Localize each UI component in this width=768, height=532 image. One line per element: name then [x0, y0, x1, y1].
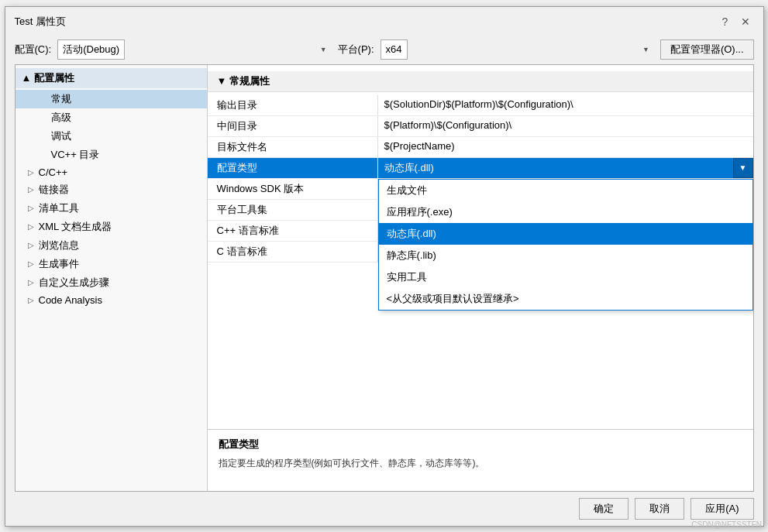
tree-label-custom-build: 自定义生成步骤 [39, 276, 109, 290]
prop-label-7: C 语言标准 [208, 242, 378, 262]
prop-label-2: 目标文件名 [208, 137, 378, 157]
tree-item-code-analysis[interactable]: ▷Code Analysis [15, 292, 207, 308]
config-select[interactable]: 活动(Debug) [57, 39, 125, 60]
left-panel: ▲ 配置属性 常规高级调试VC++ 目录▷C/C++▷链接器▷清单工具▷XML … [15, 65, 208, 491]
expand-icon-linker: ▷ [28, 185, 36, 194]
tree-label-browse: 浏览信息 [39, 239, 79, 252]
help-button[interactable]: ? [717, 13, 734, 30]
config-label: 配置(C): [15, 43, 52, 57]
prop-label-1: 中间目录 [208, 116, 378, 136]
prop-row-2[interactable]: 目标文件名$(ProjectName) [208, 137, 753, 158]
config-type-value-cell: 动态库(.dll)▼ [378, 158, 753, 178]
tree-item-advanced[interactable]: 高级 [15, 108, 207, 127]
dropdown-item[interactable]: 动态库(.dll) [379, 223, 753, 245]
prop-value-1: $(Platform)\$(Configuration)\ [378, 116, 753, 136]
tree-item-vc-dirs[interactable]: VC++ 目录 [15, 146, 207, 164]
right-panel: ▼ 常规属性 输出目录$(SolutionDir)$(Platform)\$(C… [208, 65, 753, 491]
prop-row-config-type: 配置类型动态库(.dll)▼生成文件应用程序(.exe)动态库(.dll)静态库… [208, 158, 753, 179]
properties-area: ▼ 常规属性 输出目录$(SolutionDir)$(Platform)\$(C… [208, 65, 753, 429]
tree-label-linker: 链接器 [39, 183, 69, 197]
prop-value-2: $(ProjectName) [378, 137, 753, 157]
tree-label-advanced: 高级 [51, 111, 71, 125]
property-rows: 输出目录$(SolutionDir)$(Platform)\$(Configur… [208, 95, 753, 263]
section-title: 常规属性 [229, 74, 270, 88]
expand-icon-xml: ▷ [28, 222, 36, 231]
section-header: ▼ 常规属性 [208, 71, 753, 92]
expand-icon-manifest: ▷ [28, 204, 36, 212]
dropdown-item[interactable]: 应用程序(.exe) [379, 201, 753, 223]
tree-item-debug[interactable]: 调试 [15, 127, 207, 146]
tree-item-general[interactable]: 常规 [15, 90, 207, 108]
title-bar: Test 属性页 ? ✕ [5, 7, 763, 35]
dropdown-item[interactable]: <从父级或项目默认设置继承> [379, 288, 753, 310]
apply-button[interactable]: 应用(A) [691, 498, 753, 520]
tree-item-build-events[interactable]: ▷生成事件 [15, 255, 207, 273]
dropdown-item[interactable]: 生成文件 [379, 180, 753, 201]
prop-label-5: 平台工具集 [208, 200, 378, 220]
watermark: CSDN@NFTSSTFN [691, 520, 762, 529]
tree-header-text: 配置属性 [34, 71, 74, 85]
tree-item-manifest[interactable]: ▷清单工具 [15, 199, 207, 218]
config-type-row[interactable]: 配置类型动态库(.dll)▼ [208, 158, 753, 179]
platform-label: 平台(P): [338, 43, 374, 57]
tree-item-browse[interactable]: ▷浏览信息 [15, 236, 207, 255]
tree-label-debug: 调试 [51, 129, 71, 143]
manager-button[interactable]: 配置管理器(O)... [660, 39, 754, 60]
prop-label-0: 输出目录 [208, 95, 378, 115]
tree-label-manifest: 清单工具 [39, 201, 79, 215]
config-type-dropdown: 生成文件应用程序(.exe)动态库(.dll)静态库(.lib)实用工具<从父级… [378, 179, 753, 311]
prop-value-0: $(SolutionDir)$(Platform)\$(Configuratio… [378, 95, 753, 115]
tree-label-xml: XML 文档生成器 [39, 220, 112, 234]
platform-select[interactable]: x64 [381, 39, 408, 60]
platform-select-wrapper: x64 [381, 39, 654, 60]
description-text: 指定要生成的程序类型(例如可执行文件、静态库，动态库等等)。 [219, 456, 742, 470]
tree-label-code-analysis: Code Analysis [39, 294, 102, 306]
tree-item-cpp[interactable]: ▷C/C++ [15, 164, 207, 180]
expand-icon-code-analysis: ▷ [28, 296, 36, 304]
tree-label-build-events: 生成事件 [39, 257, 79, 271]
tree-label-vc-dirs: VC++ 目录 [51, 148, 100, 162]
tree-items: 常规高级调试VC++ 目录▷C/C++▷链接器▷清单工具▷XML 文档生成器▷浏… [15, 90, 207, 308]
cancel-button[interactable]: 取消 [635, 498, 684, 520]
close-button[interactable]: ✕ [737, 13, 754, 30]
prop-label-4: Windows SDK 版本 [208, 179, 378, 199]
expand-icon-cpp: ▷ [28, 168, 36, 177]
expand-icon-build-events: ▷ [28, 259, 36, 268]
config-type-dropdown-button[interactable]: ▼ [733, 158, 753, 178]
description-panel: 配置类型 指定要生成的程序类型(例如可执行文件、静态库，动态库等等)。 [208, 429, 753, 491]
tree-item-linker[interactable]: ▷链接器 [15, 180, 207, 199]
prop-row-0[interactable]: 输出目录$(SolutionDir)$(Platform)\$(Configur… [208, 95, 753, 116]
tree-header: ▲ 配置属性 [15, 68, 207, 88]
dropdown-item[interactable]: 静态库(.lib) [379, 245, 753, 266]
section-icon: ▼ [217, 75, 227, 87]
prop-label-6: C++ 语言标准 [208, 221, 378, 241]
dropdown-item[interactable]: 实用工具 [379, 266, 753, 288]
main-dialog: Test 属性页 ? ✕ 配置(C): 活动(Debug) 平台(P): x64… [5, 6, 764, 527]
config-type-label: 配置类型 [208, 158, 378, 178]
config-type-value: 动态库(.dll) [378, 158, 733, 178]
toolbar: 配置(C): 活动(Debug) 平台(P): x64 配置管理器(O)... [5, 35, 763, 64]
description-title: 配置类型 [219, 438, 742, 451]
title-controls: ? ✕ [717, 13, 754, 30]
tree-item-xml[interactable]: ▷XML 文档生成器 [15, 218, 207, 236]
config-select-wrapper: 活动(Debug) [57, 39, 331, 60]
expand-icon-browse: ▷ [28, 241, 36, 249]
tree-label-general: 常规 [51, 92, 71, 106]
ok-button[interactable]: 确定 [579, 498, 629, 520]
tree-item-custom-build[interactable]: ▷自定义生成步骤 [15, 273, 207, 292]
dialog-title: Test 属性页 [15, 15, 66, 29]
expand-icon-custom-build: ▷ [28, 278, 36, 287]
prop-row-1[interactable]: 中间目录$(Platform)\$(Configuration)\ [208, 116, 753, 137]
tree-label-cpp: C/C++ [39, 166, 68, 178]
main-content: ▲ 配置属性 常规高级调试VC++ 目录▷C/C++▷链接器▷清单工具▷XML … [15, 64, 754, 492]
footer: 确定 取消 应用(A) [5, 492, 763, 526]
tree-header-icon: ▲ [22, 72, 32, 84]
